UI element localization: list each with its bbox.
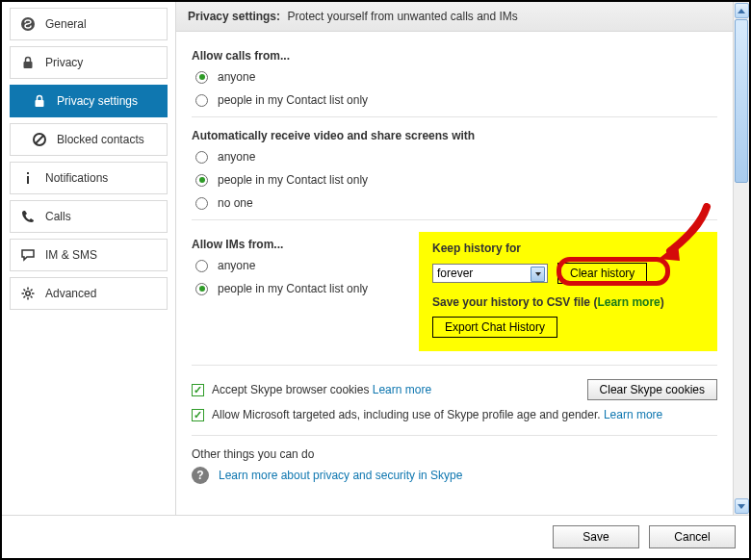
separator — [192, 116, 717, 117]
sidebar-item-im-sms[interactable]: IM & SMS — [10, 239, 168, 271]
info-icon — [20, 170, 36, 186]
svg-line-15 — [24, 296, 26, 298]
sidebar-item-label: IM & SMS — [45, 248, 97, 262]
content: Privacy settings: Protect yourself from … — [176, 2, 733, 515]
sidebar-item-label: Blocked contacts — [57, 133, 144, 146]
chat-icon — [20, 247, 36, 263]
skype-options-window: General Privacy Privacy settings Blocked… — [0, 0, 751, 560]
separator — [192, 435, 717, 436]
ims-option-contacts[interactable]: people in my Contact list only — [195, 282, 419, 295]
checkbox-label: Allow Microsoft targeted ads, including … — [212, 408, 601, 421]
radio-icon — [195, 260, 208, 272]
sidebar-item-label: Advanced — [45, 287, 96, 300]
vertical-scrollbar[interactable] — [733, 2, 749, 515]
sidebar-item-label: General — [45, 17, 87, 31]
blocked-icon — [32, 132, 47, 147]
export-chat-history-button[interactable]: Export Chat History — [432, 317, 557, 338]
sidebar-item-label: Notifications — [45, 171, 108, 185]
radio-label: anyone — [218, 259, 255, 272]
ims-option-anyone[interactable]: anyone — [195, 259, 419, 272]
chevron-down-icon — [738, 504, 745, 509]
radio-label: anyone — [218, 70, 255, 84]
top-area: General Privacy Privacy settings Blocked… — [2, 2, 749, 515]
radio-label: people in my Contact list only — [218, 173, 368, 187]
history-duration-select[interactable] — [432, 264, 548, 283]
svg-line-13 — [31, 296, 33, 298]
learn-more-link[interactable]: Learn more — [373, 383, 431, 396]
history-title: Keep history for — [432, 242, 704, 255]
phone-icon — [20, 209, 36, 224]
separator — [192, 365, 717, 366]
privacy-security-link[interactable]: Learn more about privacy and security in… — [219, 469, 462, 482]
content-header: Privacy settings: Protect yourself from … — [176, 2, 733, 32]
video-option-noone[interactable]: no one — [195, 196, 717, 210]
clear-history-button[interactable]: Clear history — [557, 263, 647, 284]
radio-label: anyone — [218, 150, 255, 164]
video-option-anyone[interactable]: anyone — [195, 150, 717, 164]
content-scroll: Allow calls from... anyone people in my … — [176, 32, 733, 515]
accept-cookies-checkbox-row[interactable]: Accept Skype browser cookies Learn more — [192, 383, 431, 396]
video-section-title: Automatically receive video and share sc… — [192, 129, 717, 142]
radio-icon — [195, 151, 208, 164]
sidebar-item-advanced[interactable]: Advanced — [10, 277, 168, 310]
lock-icon — [20, 55, 36, 70]
radio-label: people in my Contact list only — [218, 282, 368, 295]
checkbox-label: Accept Skype browser cookies — [212, 383, 369, 396]
learn-more-link[interactable]: Learn more — [597, 295, 660, 309]
ims-and-history: Allow IMs from... anyone people in my Co… — [192, 232, 717, 351]
ims-section-title: Allow IMs from... — [192, 238, 419, 251]
svg-rect-2 — [36, 100, 44, 107]
video-option-contacts[interactable]: people in my Contact list only — [195, 173, 717, 187]
sidebar-item-label: Calls — [45, 210, 71, 223]
content-wrap: Privacy settings: Protect yourself from … — [175, 2, 749, 515]
calls-section-title: Allow calls from... — [192, 49, 717, 63]
svg-line-4 — [36, 136, 43, 143]
sidebar: General Privacy Privacy settings Blocked… — [2, 2, 175, 515]
radio-icon — [195, 174, 208, 187]
other-help-row: ? Learn more about privacy and security … — [192, 467, 717, 484]
sidebar-item-general[interactable]: General — [10, 8, 168, 40]
svg-line-14 — [31, 290, 33, 292]
cancel-button[interactable]: Cancel — [649, 525, 736, 548]
radio-icon — [195, 197, 208, 210]
sidebar-item-privacy[interactable]: Privacy — [10, 46, 168, 79]
sidebar-item-privacy-settings[interactable]: Privacy settings — [10, 85, 168, 117]
clear-skype-cookies-button[interactable]: Clear Skype cookies — [587, 379, 717, 400]
scroll-down-button[interactable] — [735, 498, 749, 514]
save-button[interactable]: Save — [553, 525, 639, 548]
targeted-ads-checkbox-row[interactable]: Allow Microsoft targeted ads, including … — [192, 408, 717, 421]
sidebar-item-blocked-contacts[interactable]: Blocked contacts — [10, 123, 168, 156]
sidebar-item-calls[interactable]: Calls — [10, 200, 168, 233]
radio-label: no one — [218, 196, 253, 210]
history-duration-select-wrap — [432, 264, 548, 283]
header-title: Privacy settings: — [188, 10, 280, 23]
sidebar-item-label: Privacy — [45, 56, 83, 69]
checkbox-icon — [192, 409, 204, 421]
chevron-up-icon — [738, 9, 745, 13]
learn-more-link[interactable]: Learn more — [604, 408, 662, 421]
help-icon: ? — [192, 467, 209, 484]
scroll-thumb[interactable] — [735, 19, 748, 183]
separator — [192, 219, 717, 220]
scroll-up-button[interactable] — [735, 3, 749, 18]
calls-option-contacts[interactable]: people in my Contact list only — [195, 93, 717, 107]
sidebar-item-notifications[interactable]: Notifications — [10, 162, 168, 194]
skype-icon — [20, 16, 36, 32]
history-highlight-box: Keep history for Clear history Save your… — [419, 232, 717, 351]
checkbox-icon — [192, 384, 204, 396]
header-subtitle: Protect yourself from unwanted calls and… — [287, 10, 517, 23]
history-controls-row: Clear history — [432, 263, 704, 284]
calls-option-anyone[interactable]: anyone — [195, 70, 717, 84]
svg-rect-1 — [24, 62, 33, 68]
other-section-title: Other things you can do — [192, 447, 717, 461]
radio-icon — [195, 283, 208, 295]
svg-line-12 — [24, 290, 26, 292]
footer: Save Cancel — [2, 515, 749, 558]
scroll-track[interactable] — [734, 19, 749, 497]
radio-label: people in my Contact list only — [218, 93, 368, 107]
export-row: Export Chat History — [432, 317, 704, 338]
radio-icon — [195, 71, 208, 84]
radio-icon — [195, 94, 208, 107]
svg-point-7 — [26, 292, 30, 295]
history-csv-line: Save your history to CSV file (Learn mor… — [432, 295, 704, 309]
